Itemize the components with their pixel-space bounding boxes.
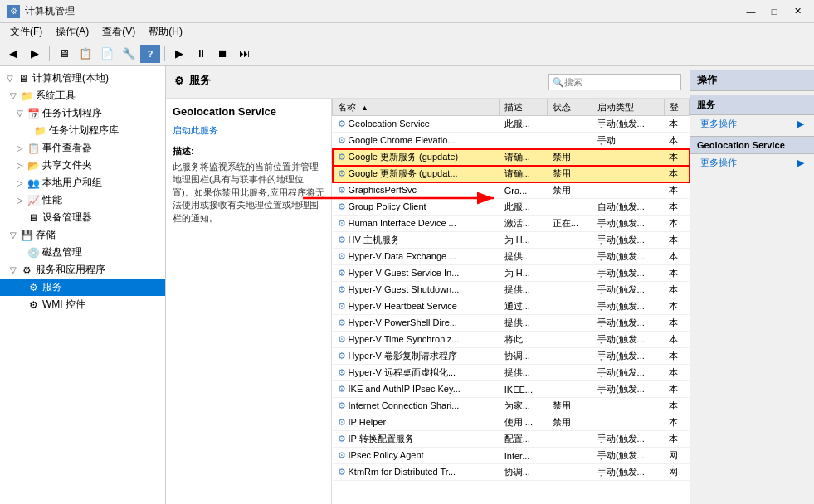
service-desc: 提供... [500,249,548,265]
sidebar-item-performance[interactable]: ▷ 📈 性能 [0,191,165,209]
sidebar-item-system-tools[interactable]: ▽ 📁 系统工具 [0,87,165,104]
expand-icon: ▷ [13,178,27,187]
more-actions-btn[interactable]: 更多操作 ▶ [690,115,814,133]
sidebar-item-device-mgr[interactable]: 🖥 设备管理器 [0,209,165,226]
col-status[interactable]: 状态 [548,99,592,116]
table-row[interactable]: ⚙Human Interface Device ...激活...正在...手动(… [333,216,690,232]
toolbar-btn-help[interactable]: ? [140,45,160,63]
sidebar-item-local-users[interactable]: ▷ 👥 本地用户和组 [0,174,165,191]
content-area: Geolocation Service 启动此服务 描述: 此服务将监视系统的当… [166,99,690,504]
service-logon: 本 [664,282,689,298]
toolbar-pause[interactable]: ⏸ [191,45,211,63]
service-name: Hyper-V Heartbeat Service [349,301,457,311]
right-panel: 操作 服务 更多操作 ▶ Geolocation Service 更多操作 ▶ [690,66,814,504]
search-input[interactable] [564,77,677,87]
sidebar-item-services[interactable]: ⚙ 服务 [0,279,165,296]
service-row-icon: ⚙ [338,119,346,128]
service-startup [592,166,664,182]
table-row[interactable]: ⚙Google 更新服务 (gupdate)请确...禁用本 [333,149,690,166]
back-button[interactable]: ◀ [3,45,23,63]
table-row[interactable]: ⚙Hyper-V Data Exchange ...提供...手动(触发...本 [333,249,690,265]
col-logon[interactable]: 登 [664,99,689,116]
service-status: 禁用 [548,166,592,182]
forward-button[interactable]: ▶ [25,45,45,63]
toolbar-restart[interactable]: ⏭ [234,45,254,63]
service-logon: 本 [664,298,689,315]
start-service-link[interactable]: 启动此服务 [173,125,218,135]
service-startup: 手动(触发... [592,282,664,298]
main-container: ▽ 🖥 计算机管理(本地) ▽ 📁 系统工具 ▽ 📅 任务计划程序 📁 任务计划… [0,66,814,504]
table-row[interactable]: ⚙Hyper-V 远程桌面虚拟化...提供...手动(触发...本 [333,365,690,381]
service-row-icon: ⚙ [338,251,346,261]
service-logon: 本 [664,149,689,166]
service-row-icon: ⚙ [338,268,346,278]
table-row[interactable]: ⚙Group Policy Client此服...自动(触发...本 [333,199,690,216]
sidebar-item-task-scheduler[interactable]: ▽ 📅 任务计划程序 [0,104,165,122]
table-row[interactable]: ⚙Hyper-V PowerShell Dire...提供...手动(触发...… [333,315,690,332]
sidebar-label-performance: 性能 [42,193,62,207]
service-name: Hyper-V PowerShell Dire... [349,317,457,327]
service-startup [592,149,664,166]
table-row[interactable]: ⚙Hyper-V Guest Shutdown...提供...手动(触发...本 [333,282,690,298]
table-row[interactable]: ⚙HV 主机服务为 H...手动(触发...本 [333,232,690,249]
service-startup: 手动(触发... [592,348,664,365]
menu-help[interactable]: 帮助(H) [142,24,189,40]
menu-view[interactable]: 查看(V) [95,24,142,40]
service-status [548,133,592,149]
sidebar-label-disk-mgr: 磁盘管理 [42,245,82,259]
maximize-button[interactable]: □ [764,4,784,19]
table-row[interactable]: ⚙Hyper-V 卷影复制请求程序协调...手动(触发...本 [333,348,690,365]
sidebar-item-services-apps[interactable]: ▽ ⚙ 服务和应用程序 [0,261,165,279]
table-row[interactable]: ⚙Geolocation Service此服...手动(触发...本 [333,116,690,133]
menu-action[interactable]: 操作(A) [49,24,95,40]
table-row[interactable]: ⚙KtmRm for Distributed Tr...协调...手动(触发..… [333,464,690,481]
sidebar-item-wmi[interactable]: ⚙ WMI 控件 [0,296,165,313]
search-box[interactable]: 🔍 [548,74,681,90]
service-status [548,464,592,481]
service-desc: IKEE... [500,381,548,398]
geolocation-more-btn[interactable]: 更多操作 ▶ [690,154,814,172]
service-desc: 为 H... [500,265,548,282]
sidebar-item-root[interactable]: ▽ 🖥 计算机管理(本地) [0,70,165,87]
table-row[interactable]: ⚙IPsec Policy AgentInter...手动(触发...网 [333,448,690,464]
sidebar-item-shared-folders[interactable]: ▷ 📂 共享文件夹 [0,157,165,174]
service-logon: 本 [664,265,689,282]
close-button[interactable]: ✕ [787,4,807,19]
table-row[interactable]: ⚙IKE and AuthIP IPsec Key...IKEE...手动(触发… [333,381,690,398]
sidebar-item-storage[interactable]: ▽ 💾 存储 [0,226,165,244]
table-row[interactable]: ⚙Google Chrome Elevatio...手动本 [333,133,690,149]
toolbar-play[interactable]: ▶ [169,45,189,63]
col-desc[interactable]: 描述 [500,99,548,116]
services-panel-icon: ⚙ [174,75,184,87]
toolbar-btn-doc[interactable]: 📄 [97,45,117,63]
table-row[interactable]: ⚙IP Helper使用 ...禁用本 [333,414,690,431]
toolbar-stop[interactable]: ⏹ [212,45,232,63]
toolbar-btn-computer[interactable]: 🖥 [54,45,74,63]
service-header: ⚙ 服务 🔍 [166,66,690,99]
sidebar-item-event-viewer[interactable]: ▷ 📋 事件查看器 [0,139,165,157]
minimize-button[interactable]: — [741,4,761,19]
expand-icon: ▽ [3,74,17,83]
actions-header: 操作 [690,70,814,91]
table-row[interactable]: ⚙Hyper-V Heartbeat Service通过...手动(触发...本 [333,298,690,315]
sidebar-item-task-lib[interactable]: 📁 任务计划程序库 [0,122,165,139]
table-row[interactable]: ⚙GraphicsPerfSvcGra...禁用本 [333,182,690,199]
col-startup[interactable]: 启动类型 [592,99,664,116]
table-row[interactable]: ⚙IP 转换配置服务配置...手动(触发...本 [333,431,690,448]
services-table: 名称 ▲ 描述 状态 启动类型 登 ⚙Geolocation Service此服… [332,99,690,481]
service-row-icon: ⚙ [338,135,346,145]
table-row[interactable]: ⚙Hyper-V Time Synchroniz...将此...手动(触发...… [333,332,690,348]
toolbar-btn-settings[interactable]: 🔧 [119,45,139,63]
storage-icon: 💾 [20,229,33,242]
service-row-icon: ⚙ [338,334,346,344]
expand-icon: ▷ [13,143,27,153]
menu-file[interactable]: 文件(F) [3,24,49,40]
table-row[interactable]: ⚙Hyper-V Guest Service In...为 H...手动(触发.… [333,265,690,282]
table-row[interactable]: ⚙Google 更新服务 (gupdat...请确...禁用本 [333,166,690,182]
sidebar-item-disk-mgr[interactable]: 💿 磁盘管理 [0,244,165,261]
toolbar-btn-properties[interactable]: 📋 [76,45,95,63]
table-row[interactable]: ⚙Internet Connection Shari...为家...禁用本 [333,398,690,414]
col-name[interactable]: 名称 ▲ [333,99,500,116]
service-logon: 本 [664,414,689,431]
perf-icon: 📈 [27,194,40,207]
